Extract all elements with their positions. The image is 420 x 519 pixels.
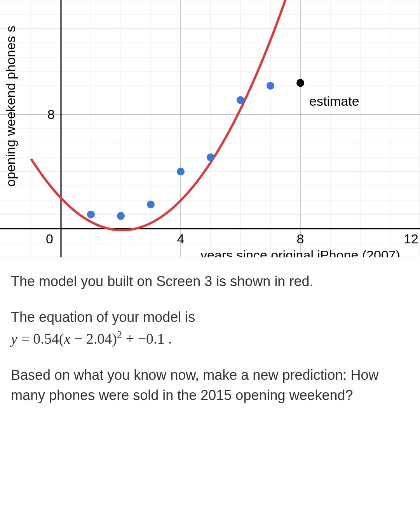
data-point[interactable]: [177, 168, 185, 175]
equation-block: The equation of your model is y = 0.54(x…: [11, 307, 409, 349]
estimate-point[interactable]: [296, 79, 304, 87]
x-axis-label: years since original iPhone (2007): [200, 248, 400, 257]
chart-plot[interactable]: 048128years since original iPhone (2007)…: [0, 0, 420, 257]
data-point[interactable]: [147, 201, 155, 208]
data-point[interactable]: [237, 96, 244, 104]
x-tick-label: 0: [46, 231, 53, 246]
y-axis-label: opening weekend phones s: [3, 26, 18, 187]
intro-line: The model you built on Screen 3 is shown…: [11, 271, 409, 292]
model-curve: [31, 0, 420, 230]
y-tick-label: 8: [47, 107, 55, 122]
question-line: Based on what you know now, make a new p…: [11, 365, 409, 405]
chart-container: opening weekend phones s 048128years sin…: [0, 0, 420, 257]
equation-intro: The equation of your model is: [11, 309, 195, 325]
data-point[interactable]: [117, 212, 125, 220]
data-point[interactable]: [207, 154, 214, 161]
x-tick-label: 12: [404, 231, 418, 246]
x-tick-label: 4: [177, 231, 185, 246]
x-tick-label: 8: [297, 231, 304, 246]
data-point[interactable]: [87, 211, 95, 218]
prompt-text: The model you built on Screen 3 is shown…: [0, 257, 420, 429]
annotation-estimate: estimate: [309, 94, 359, 108]
equation-formula: y = 0.54(x − 2.04)2 + −0.1 .: [11, 330, 172, 347]
data-point[interactable]: [267, 82, 274, 90]
